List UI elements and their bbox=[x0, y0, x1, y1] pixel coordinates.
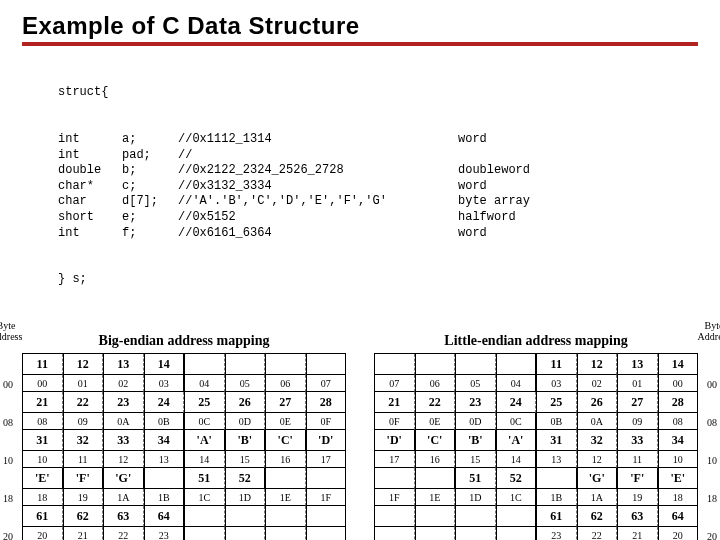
value-cell: 'G' bbox=[577, 468, 618, 489]
address-cell: 00 bbox=[22, 375, 63, 392]
address-cell: 06 bbox=[415, 375, 456, 392]
address-cell: 12 bbox=[103, 451, 144, 468]
address-cell: 16 bbox=[265, 451, 306, 468]
value-cell: 28 bbox=[306, 392, 347, 413]
address-cell: 09 bbox=[617, 413, 658, 430]
field-name: pad; bbox=[122, 148, 178, 164]
value-cell bbox=[415, 468, 456, 489]
field-annotation: word bbox=[458, 226, 487, 242]
address-cell: 14 bbox=[496, 451, 537, 468]
type-kw: char bbox=[58, 194, 122, 210]
value-cell: 14 bbox=[144, 354, 185, 375]
address-row: 101011121314151617 bbox=[22, 451, 346, 468]
address-cell: 0F bbox=[374, 413, 415, 430]
address-cell: 0E bbox=[415, 413, 456, 430]
address-cell: 0F bbox=[306, 413, 347, 430]
address-cell: 08 bbox=[22, 413, 63, 430]
value-cell bbox=[536, 468, 577, 489]
value-cell bbox=[415, 354, 456, 375]
address-cell bbox=[306, 527, 347, 540]
value-cell: 13 bbox=[617, 354, 658, 375]
field-comment: //0x6161_6364 bbox=[178, 226, 458, 242]
address-cell: 0E bbox=[265, 413, 306, 430]
type-kw: double bbox=[58, 163, 122, 179]
address-cell: 1C bbox=[184, 489, 225, 506]
struct-open: struct{ bbox=[58, 85, 698, 101]
address-cell: 0C bbox=[184, 413, 225, 430]
value-cell: 28 bbox=[658, 392, 699, 413]
value-cell: 25 bbox=[184, 392, 225, 413]
address-row: 2023222120 bbox=[374, 527, 698, 540]
field-comment: // bbox=[178, 148, 458, 164]
row-byte-address: 20 bbox=[0, 531, 18, 540]
value-cell bbox=[455, 354, 496, 375]
big-endian-block: Byte Address Big-endian address mapping … bbox=[22, 333, 346, 540]
value-cell: 21 bbox=[374, 392, 415, 413]
field-comment: //0x2122_2324_2526_2728 bbox=[178, 163, 458, 179]
address-cell: 18 bbox=[22, 489, 63, 506]
value-cell bbox=[225, 506, 266, 527]
type-kw: short bbox=[58, 210, 122, 226]
value-cell: 'E' bbox=[658, 468, 699, 489]
value-cell: 12 bbox=[63, 354, 104, 375]
value-cell: 'E' bbox=[22, 468, 63, 489]
value-row: 11121314 bbox=[374, 354, 698, 375]
value-cell bbox=[265, 468, 306, 489]
value-cell: 24 bbox=[144, 392, 185, 413]
value-cell bbox=[415, 506, 456, 527]
little-endian-block: Byte Address Little-endian address mappi… bbox=[374, 333, 698, 540]
type-kw: int bbox=[58, 148, 122, 164]
address-cell: 18 bbox=[658, 489, 699, 506]
little-endian-title: Little-endian address mapping bbox=[374, 333, 698, 349]
value-cell: 61 bbox=[536, 506, 577, 527]
value-cell: 52 bbox=[225, 468, 266, 489]
field-name: f; bbox=[122, 226, 178, 242]
byte-address-label: Byte Address bbox=[696, 321, 720, 342]
value-cell: 'D' bbox=[306, 430, 347, 451]
address-cell: 22 bbox=[577, 527, 618, 540]
value-cell: 27 bbox=[617, 392, 658, 413]
address-cell: 08 bbox=[658, 413, 699, 430]
value-cell: 64 bbox=[658, 506, 699, 527]
address-cell: 10 bbox=[658, 451, 699, 468]
page-title: Example of C Data Structure bbox=[22, 12, 698, 40]
value-row: 'D''C''B''A'31323334 bbox=[374, 430, 698, 451]
address-cell: 23 bbox=[536, 527, 577, 540]
address-cell: 07 bbox=[374, 375, 415, 392]
address-cell: 19 bbox=[617, 489, 658, 506]
value-row: 11121314 bbox=[22, 354, 346, 375]
address-cell: 13 bbox=[536, 451, 577, 468]
struct-field-row: shorte;//0x5152halfword bbox=[58, 210, 698, 226]
address-cell: 03 bbox=[144, 375, 185, 392]
value-cell: 'B' bbox=[225, 430, 266, 451]
value-cell: 23 bbox=[103, 392, 144, 413]
value-cell: 'A' bbox=[496, 430, 537, 451]
value-cell: 31 bbox=[22, 430, 63, 451]
value-cell: 62 bbox=[577, 506, 618, 527]
address-cell: 17 bbox=[306, 451, 347, 468]
value-cell bbox=[225, 354, 266, 375]
value-cell: 23 bbox=[455, 392, 496, 413]
address-cell: 09 bbox=[63, 413, 104, 430]
value-row: 61626364 bbox=[22, 506, 346, 527]
value-row: 61626364 bbox=[374, 506, 698, 527]
address-row: 181F1E1D1C1B1A1918 bbox=[374, 489, 698, 506]
value-cell: 11 bbox=[22, 354, 63, 375]
value-cell: 22 bbox=[415, 392, 456, 413]
field-comment: //'A'.'B','C','D','E','F','G' bbox=[178, 194, 458, 210]
field-comment: //0x3132_3334 bbox=[178, 179, 458, 195]
address-cell: 23 bbox=[144, 527, 185, 540]
big-endian-title: Big-endian address mapping bbox=[22, 333, 346, 349]
address-row: 080F0E0D0C0B0A0908 bbox=[374, 413, 698, 430]
address-cell: 0D bbox=[455, 413, 496, 430]
value-cell: 51 bbox=[184, 468, 225, 489]
value-cell: 33 bbox=[617, 430, 658, 451]
value-cell: 'A' bbox=[184, 430, 225, 451]
address-cell: 15 bbox=[455, 451, 496, 468]
address-row: 1818191A1B1C1D1E1F bbox=[22, 489, 346, 506]
address-cell: 1D bbox=[455, 489, 496, 506]
address-cell: 0A bbox=[103, 413, 144, 430]
struct-field-row: intpad;// bbox=[58, 148, 698, 164]
value-cell: 'C' bbox=[265, 430, 306, 451]
row-byte-address: 00 bbox=[0, 379, 18, 390]
